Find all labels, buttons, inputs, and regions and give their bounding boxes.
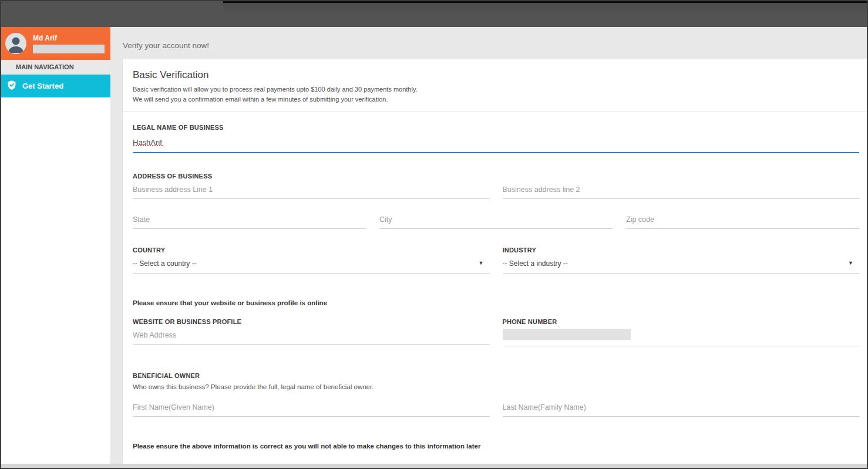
address-label: ADDRESS OF BUSINESS — [133, 173, 859, 180]
sidebar-empty-area — [1, 97, 110, 464]
industry-label: INDUSTRY — [503, 247, 860, 254]
shield-check-icon — [6, 80, 17, 92]
industry-selected-value: -- Select a industry -- — [503, 259, 568, 268]
website-label: WEBSITE OR BUSINESS PROFILE — [133, 318, 490, 325]
profile-info: Md Arif — [33, 34, 105, 53]
card-subtitle-line1: Basic verification will allow you to pro… — [133, 85, 857, 94]
beneficial-owner-description: Who owns this business? Please provide t… — [133, 383, 859, 390]
user-profile-panel: Md Arif — [1, 27, 110, 60]
card-divider — [123, 112, 867, 112]
country-label: COUNTRY — [133, 247, 490, 254]
first-name-input[interactable] — [133, 403, 490, 417]
sidebar-item-label: Get Started — [22, 82, 63, 90]
bottom-window-strip — [1, 464, 867, 468]
main-content: Verify your account now! Basic Verificat… — [110, 27, 867, 464]
app-window: Md Arif MAIN NAVIGATION Get Started Veri… — [0, 0, 868, 469]
address-line2-input[interactable] — [503, 185, 860, 199]
phone-redacted-overlay — [503, 329, 631, 340]
chevron-down-icon: ▼ — [479, 261, 484, 266]
user-name: Md Arif — [33, 34, 105, 42]
card-header: Basic Verification Basic verification wi… — [123, 59, 867, 104]
legal-name-label: LEGAL NAME OF BUSINESS — [133, 124, 859, 131]
user-email-redacted — [33, 45, 105, 53]
sidebar-item-get-started[interactable]: Get Started — [1, 75, 110, 97]
topbar-shade — [223, 3, 867, 16]
chevron-down-icon: ▼ — [848, 261, 853, 266]
state-input[interactable] — [133, 215, 366, 229]
address-line1-input[interactable] — [133, 185, 490, 199]
phone-label: PHONE NUMBER — [503, 318, 860, 325]
sidebar-section-header: MAIN NAVIGATION — [1, 60, 110, 75]
country-selected-value: -- Select a country -- — [133, 259, 197, 268]
beneficial-owner-label: BENEFICIAL OWNER — [133, 372, 859, 379]
website-input[interactable] — [133, 331, 490, 345]
final-warning-note: Please ensure the above information is c… — [133, 443, 859, 450]
legal-name-input[interactable] — [133, 138, 859, 153]
verify-banner: Verify your account now! — [110, 27, 867, 59]
industry-select[interactable]: -- Select a industry -- ▼ — [503, 259, 860, 274]
country-select[interactable]: -- Select a country -- ▼ — [133, 259, 490, 274]
verification-card: Basic Verification Basic verification wi… — [123, 59, 867, 464]
page-title: Basic Verification — [133, 69, 857, 81]
zip-code-input[interactable] — [626, 215, 859, 229]
user-avatar-icon — [5, 33, 26, 54]
main-layout: Md Arif MAIN NAVIGATION Get Started Veri… — [1, 27, 867, 464]
card-subtitle-line2: We will send you a confirmation email wi… — [133, 95, 857, 104]
verification-form: LEGAL NAME OF BUSINESS ADDRESS OF BUSINE… — [123, 124, 867, 464]
city-input[interactable] — [379, 215, 613, 229]
last-name-input[interactable] — [503, 403, 860, 417]
top-bar — [1, 1, 867, 27]
sidebar: Md Arif MAIN NAVIGATION Get Started — [1, 27, 110, 464]
website-online-note: Please ensure that your website or busin… — [133, 299, 859, 306]
